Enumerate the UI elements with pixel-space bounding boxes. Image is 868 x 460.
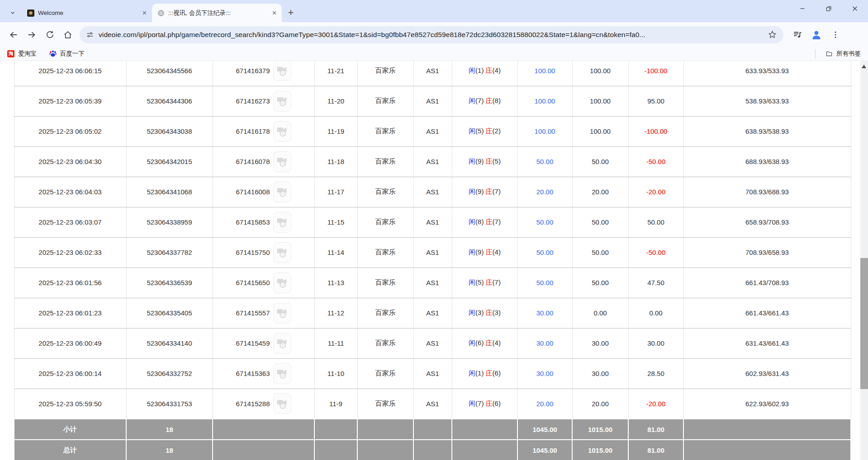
player-label: 闲 — [469, 369, 475, 377]
bookmark-taobao[interactable]: 淘 爱淘宝 — [7, 50, 37, 58]
video-replay-button[interactable] — [273, 242, 291, 263]
balance: 661.43/661.43 — [683, 298, 851, 328]
profile-avatar[interactable] — [808, 27, 825, 43]
bet-time: 2025-12-23 06:04:30 — [14, 146, 126, 177]
balance: 658.93/708.93 — [683, 207, 851, 237]
bet-amount-link[interactable]: 100.00 — [517, 61, 572, 86]
player-points: (9) — [475, 157, 484, 165]
win-loss: 50.00 — [628, 207, 683, 237]
footer-empty-cell — [452, 440, 517, 460]
table-name: AS1 — [413, 358, 452, 389]
tab-search-button[interactable] — [6, 6, 19, 19]
bet-amount-link[interactable]: 50.00 — [517, 207, 572, 237]
bet-time: 2025-12-23 06:05:39 — [14, 86, 126, 116]
valid-amount: 20.00 — [572, 389, 628, 419]
win-loss: -20.00 — [628, 389, 683, 419]
player-points: (1) — [475, 369, 484, 377]
table-name: AS1 — [413, 116, 452, 146]
bet-amount-link[interactable]: 100.00 — [517, 86, 572, 116]
valid-amount: 20.00 — [572, 177, 628, 207]
tune-icon[interactable] — [86, 31, 94, 39]
bet-time: 2025-12-23 06:00:49 — [14, 328, 126, 358]
bet-time: 2025-12-23 06:04:03 — [14, 177, 126, 207]
reload-button[interactable] — [42, 27, 58, 43]
bet-time: 2025-12-23 06:00:14 — [14, 358, 126, 389]
video-replay-button[interactable] — [273, 393, 291, 414]
tab-betrecord[interactable]: :::视讯, 会员下注纪录::: — [152, 4, 282, 22]
new-tab-button[interactable]: + — [285, 6, 297, 19]
order-number: 523064334140 — [126, 328, 213, 358]
restore-button[interactable] — [816, 0, 842, 17]
bet-detail: 闲(1) 庄(4) — [452, 61, 517, 86]
bet-amount-link[interactable]: 20.00 — [517, 389, 572, 419]
video-replay-button[interactable] — [273, 91, 291, 112]
game-type: 百家乐 — [357, 61, 413, 86]
scrollbar-thumb[interactable] — [860, 258, 868, 389]
back-button[interactable] — [5, 27, 22, 43]
bet-amount-link[interactable]: 50.00 — [517, 237, 572, 268]
film-reel-icon — [276, 95, 288, 107]
media-controls-icon[interactable] — [789, 27, 806, 43]
order-number: 523064343038 — [126, 116, 213, 146]
bet-amount-link[interactable]: 100.00 — [517, 116, 572, 146]
order-number: 523064336539 — [126, 268, 213, 298]
forward-button[interactable] — [24, 27, 40, 43]
player-points: (8) — [475, 218, 484, 225]
game-number-cell: 671415853 — [213, 207, 314, 237]
table-row: 2025-12-23 06:04:03 523064341068 6714160… — [14, 177, 851, 207]
bookmark-label: 爱淘宝 — [18, 50, 37, 58]
game-number: 671416078 — [236, 158, 270, 165]
balance: 622.93/602.93 — [683, 389, 851, 419]
close-tab-icon[interactable] — [270, 9, 278, 17]
page-scrollbar[interactable] — [860, 61, 868, 460]
game-number-cell: 671415557 — [213, 298, 314, 328]
video-replay-button[interactable] — [273, 303, 291, 324]
banker-points: (5) — [493, 157, 501, 165]
bookmark-baidu[interactable]: 百度一下 — [49, 50, 85, 58]
win-loss: -100.00 — [628, 61, 683, 86]
video-replay-button[interactable] — [273, 182, 291, 202]
table-name: AS1 — [413, 61, 452, 86]
all-bookmarks[interactable]: 所有书签 — [815, 49, 861, 58]
bet-amount-link[interactable]: 30.00 — [517, 358, 572, 389]
scrollbar-up-arrow-icon[interactable] — [862, 65, 866, 68]
subtotal-valid-amount: 1015.00 — [572, 419, 628, 440]
close-window-button[interactable] — [842, 0, 868, 17]
game-type: 百家乐 — [357, 268, 413, 298]
tab-welcome[interactable]: Welcome — [22, 4, 152, 22]
bet-amount-link[interactable]: 50.00 — [517, 268, 572, 298]
valid-amount: 30.00 — [572, 358, 628, 389]
player-points: (7) — [475, 399, 484, 407]
player-label: 闲 — [469, 127, 475, 135]
win-loss: 47.50 — [628, 268, 683, 298]
video-replay-button[interactable] — [273, 212, 291, 233]
subtotal-row: 小计 18 1045.00 1015.00 81.00 — [14, 419, 851, 440]
menu-kebab-icon[interactable] — [827, 27, 844, 43]
address-bar[interactable]: videoie.com/ipl/portal.php/game/betrecor… — [80, 26, 783, 43]
bet-amount-link[interactable]: 50.00 — [517, 146, 572, 177]
video-replay-button[interactable] — [273, 121, 291, 142]
table-name: AS1 — [413, 86, 452, 116]
minimize-button[interactable] — [789, 0, 816, 17]
video-replay-button[interactable] — [273, 61, 291, 81]
bet-amount-link[interactable]: 30.00 — [517, 298, 572, 328]
banker-label: 庄 — [486, 248, 493, 256]
valid-amount: 100.00 — [572, 61, 628, 86]
bet-amount-link[interactable]: 30.00 — [517, 328, 572, 358]
url-text[interactable]: videoie.com/ipl/portal.php/game/betrecor… — [99, 31, 768, 39]
close-tab-icon[interactable] — [140, 9, 148, 17]
home-button[interactable] — [60, 27, 76, 43]
player-label: 闲 — [469, 188, 475, 195]
game-number: 671415363 — [236, 370, 270, 377]
bookmark-star-icon[interactable] — [768, 30, 777, 39]
video-replay-button[interactable] — [273, 333, 291, 354]
video-replay-button[interactable] — [273, 272, 291, 293]
bet-amount-link[interactable]: 20.00 — [517, 177, 572, 207]
round-number: 11-18 — [314, 146, 357, 177]
toolbar-right — [788, 27, 845, 43]
balance: 688.93/638.93 — [683, 146, 851, 177]
globe-icon — [157, 9, 165, 17]
game-number-cell: 671416273 — [213, 86, 314, 116]
video-replay-button[interactable] — [273, 151, 291, 172]
video-replay-button[interactable] — [273, 363, 291, 384]
